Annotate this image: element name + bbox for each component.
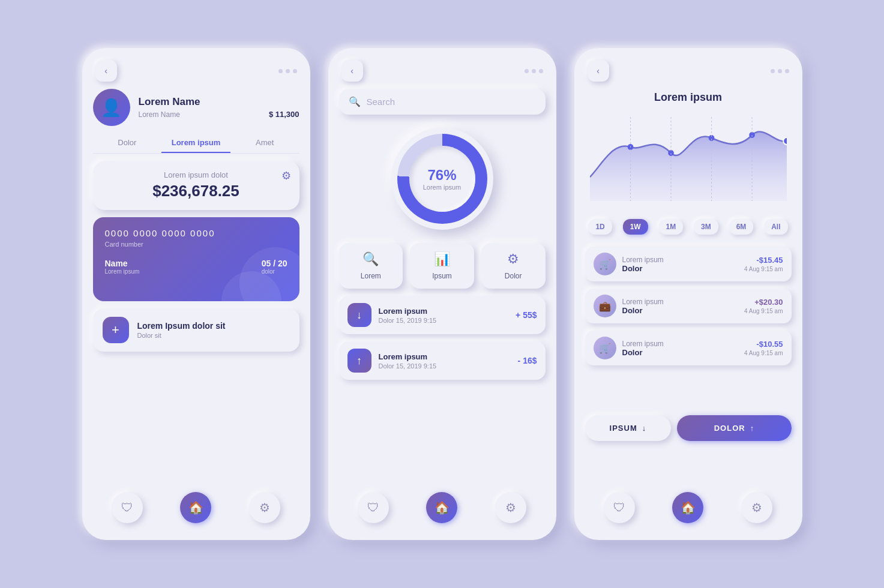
tx-datetime-2: 4 Aug 9:15 am <box>744 308 783 314</box>
nav-home-2[interactable]: 🏠 <box>426 492 457 523</box>
top-bar-2: ‹ <box>339 60 546 82</box>
action-sub: Dolor sit <box>137 332 226 339</box>
tx-row-1[interactable]: 🛒 Lorem ipsum Dolor -$15.45 4 Aug 9:15 a… <box>585 247 792 281</box>
nav-settings-3[interactable]: ⚙ <box>741 492 772 523</box>
tx-detail-name-2: Lorem ipsum <box>622 298 738 306</box>
card-expiry-label: dolor <box>262 268 287 275</box>
chart-title: Lorem ipsum <box>585 91 792 104</box>
balance-card: ⚙ Lorem ipsum dolot $236,678.25 <box>93 161 299 210</box>
qa-search-icon: 🔍 <box>362 251 379 267</box>
dolor-label: DOLOR <box>714 424 745 433</box>
tx-detail-name-1: Lorem ipsum <box>622 256 738 264</box>
tx-icon-2: 💼 <box>594 295 616 317</box>
tx-1-date: Dolor 15, 2019 9:15 <box>379 317 509 324</box>
qa-dolor[interactable]: ⚙ Dolor <box>481 243 546 289</box>
tf-1d[interactable]: 1D <box>588 219 612 235</box>
tx-datetime-3: 4 Aug 9:15 am <box>744 350 783 356</box>
nav-shield-2[interactable]: 🛡 <box>358 492 389 523</box>
action-text: Lorem Ipsum dolor sit Dolor sit <box>137 321 226 339</box>
dot-3 <box>293 69 297 73</box>
qa-ipsum-label: Ipsum <box>432 272 452 280</box>
donut-ring: 76% Lorem ipsum <box>397 134 487 224</box>
phone-screen-2: ‹ 🔍 Search 76% Lorem ipsum 🔍 Lorem <box>328 48 556 540</box>
dot-1 <box>278 69 283 73</box>
tx-1-amount: + 55$ <box>516 310 537 320</box>
tx-amount-2: +$20.30 <box>744 298 783 307</box>
tx-2-name: Lorem ipsum <box>379 352 511 361</box>
qa-lorem[interactable]: 🔍 Lorem <box>339 243 403 289</box>
nav-settings-2[interactable]: ⚙ <box>495 492 526 523</box>
tf-1m[interactable]: 1M <box>659 219 684 235</box>
tx-detail-title-3: Dolor <box>622 348 738 357</box>
tx-2-amount: - 16$ <box>518 356 537 365</box>
search-bar[interactable]: 🔍 Search <box>339 89 546 115</box>
tab-amet[interactable]: Amet <box>230 133 299 153</box>
avatar: 👤 <box>93 89 130 126</box>
add-button[interactable]: + <box>103 317 129 343</box>
profile-row: 👤 Lorem Name Lorem Name $ 11,300 <box>93 89 299 126</box>
profile-amount: $ 11,300 <box>269 110 299 119</box>
tx-datetime-1: 4 Aug 9:15 am <box>744 266 783 272</box>
donut-percent: 76% <box>427 167 456 184</box>
ipsum-button[interactable]: IPSUM ↓ <box>585 415 672 441</box>
action-row: + Lorem Ipsum dolor sit Dolor sit <box>93 308 299 352</box>
tx-detail-3: Lorem ipsum Dolor <box>622 340 738 357</box>
tx-detail-2: Lorem ipsum Dolor <box>622 298 738 315</box>
dot-7 <box>771 69 775 73</box>
tf-6m[interactable]: 6M <box>729 219 754 235</box>
dots-1 <box>278 69 297 73</box>
tabs: Dolor Lorem ipsum Amet <box>93 133 299 154</box>
nav-home-1[interactable]: 🏠 <box>180 492 211 523</box>
dot-8 <box>778 69 782 73</box>
phone-screen-3: ‹ Lorem ipsum <box>574 48 802 540</box>
gear-icon[interactable]: ⚙ <box>281 169 291 182</box>
tx-row-3[interactable]: 🛒 Lorem ipsum Dolor -$10.55 4 Aug 9:15 a… <box>585 331 792 365</box>
tx-up-icon: ↑ <box>347 349 371 373</box>
nav-home-3[interactable]: 🏠 <box>672 492 703 523</box>
tx-detail-name-3: Lorem ipsum <box>622 340 738 348</box>
tx-amount-1: -$15.45 <box>744 256 783 265</box>
tx-right-2: +$20.30 4 Aug 9:15 am <box>744 298 783 314</box>
tf-all[interactable]: All <box>764 219 787 235</box>
dot-6 <box>539 69 543 73</box>
time-filter: 1D 1W 1M 3M 6M All <box>585 214 792 239</box>
balance-label: Lorem ipsum dolot <box>104 170 289 179</box>
tf-1w[interactable]: 1W <box>623 219 648 235</box>
balance-amount: $236,678.25 <box>104 182 289 200</box>
card-bottom: Name Lorem ipsum 05 / 20 dolor <box>105 259 287 275</box>
quick-actions: 🔍 Lorem 📊 Ipsum ⚙ Dolor <box>339 243 546 289</box>
nav-shield-1[interactable]: 🛡 <box>112 492 143 523</box>
tab-lorem-ipsum[interactable]: Lorem ipsum <box>161 133 230 153</box>
ipsum-down-icon: ↓ <box>642 424 647 433</box>
profile-info: Lorem Name Lorem Name $ 11,300 <box>139 96 299 119</box>
tx-1-info: Lorem ipsum Dolor 15, 2019 9:15 <box>379 307 509 324</box>
tx-2-info: Lorem ipsum Dolor 15, 2019 9:15 <box>379 352 511 370</box>
tf-3m[interactable]: 3M <box>694 219 718 235</box>
transaction-2[interactable]: ↑ Lorem ipsum Dolor 15, 2019 9:15 - 16$ <box>339 341 546 380</box>
tab-dolor[interactable]: Dolor <box>93 133 162 153</box>
tx-right-1: -$15.45 4 Aug 9:15 am <box>744 256 783 272</box>
qa-ipsum[interactable]: 📊 Ipsum <box>410 243 474 289</box>
donut-label: Lorem ipsum <box>423 184 462 191</box>
back-button-2[interactable]: ‹ <box>341 60 363 82</box>
transaction-1[interactable]: ↓ Lorem ipsum Dolor 15, 2019 9:15 + 55$ <box>339 296 546 334</box>
back-button-1[interactable]: ‹ <box>95 60 117 82</box>
tx-row-2[interactable]: 💼 Lorem ipsum Dolor +$20.30 4 Aug 9:15 a… <box>585 289 792 323</box>
phone-screen-1: ‹ 👤 Lorem Name Lorem Name $ 11,300 Dolor… <box>82 48 310 540</box>
dot-2 <box>286 69 290 73</box>
profile-sub-row: Lorem Name $ 11,300 <box>139 110 299 119</box>
card-holder-name: Name <box>105 259 140 268</box>
dolor-button[interactable]: DOLOR ↑ <box>677 415 791 441</box>
tx-icon-1: 🛒 <box>594 253 616 275</box>
card-number: 0000 0000 0000 0000 <box>105 228 287 238</box>
tx-right-3: -$10.55 4 Aug 9:15 am <box>744 340 783 356</box>
top-bar-3: ‹ <box>585 60 792 82</box>
svg-point-4 <box>783 137 787 145</box>
nav-shield-3[interactable]: 🛡 <box>604 492 635 523</box>
nav-settings-1[interactable]: ⚙ <box>249 492 280 523</box>
back-button-3[interactable]: ‹ <box>588 60 609 82</box>
tx-detail-1: Lorem ipsum Dolor <box>622 256 738 273</box>
qa-chart-icon: 📊 <box>434 251 450 267</box>
donut-inner: 76% Lorem ipsum <box>409 146 475 212</box>
action-title: Lorem Ipsum dolor sit <box>137 321 226 331</box>
